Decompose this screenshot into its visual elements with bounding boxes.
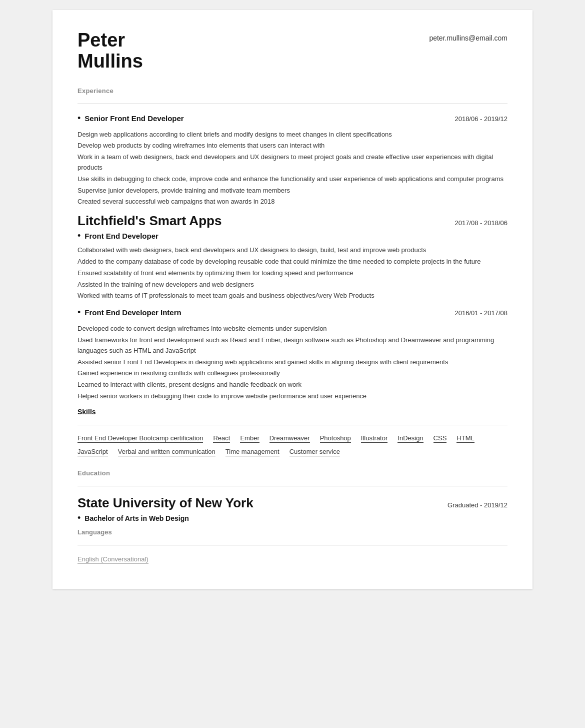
job2-company-row: Litchfield's Smart Apps 2017/08 - 2018/0…: [78, 213, 508, 229]
education-divider: [78, 486, 508, 486]
skills-label: Skills: [78, 408, 508, 416]
first-name: Peter: [78, 30, 125, 51]
skill-item: Illustrator: [361, 434, 388, 443]
skill-item: Photoshop: [320, 434, 351, 443]
job3-header-row: • Front End Developer Intern 2016/01 - 2…: [78, 307, 508, 322]
job3-description: Developed code to convert design wirefra…: [78, 324, 508, 402]
degree-row: • Bachelor of Arts in Web Design: [78, 513, 508, 523]
skills-list: Front End Developer Bootcamp certificati…: [78, 434, 508, 461]
job3-date: 2016/01 - 2017/08: [454, 309, 508, 317]
experience-divider: [78, 104, 508, 104]
job-entry-3: • Front End Developer Intern 2016/01 - 2…: [78, 307, 508, 402]
experience-section: Experience • Senior Front End Developer …: [78, 87, 508, 461]
job-entry-2: Litchfield's Smart Apps 2017/08 - 2018/0…: [78, 213, 508, 301]
education-label: Education: [78, 469, 508, 477]
job-entry-1: • Senior Front End Developer 2018/06 - 2…: [78, 113, 508, 208]
job1-date: 2018/06 - 2019/12: [454, 115, 508, 123]
languages-label: Languages: [78, 528, 508, 536]
job2-title: Front End Developer: [84, 232, 158, 240]
job1-title: Senior Front End Developer: [84, 114, 184, 123]
bullet-icon-1: •: [78, 113, 80, 124]
candidate-name: Peter Mullins: [78, 30, 143, 72]
skill-item: JavaScript: [78, 448, 108, 456]
school-name: State University of New York: [78, 495, 254, 511]
skill-item: HTML: [456, 434, 474, 443]
skill-item: Customer service: [290, 448, 340, 456]
skill-item: Dreamweaver: [270, 434, 310, 443]
job1-title-row: • Senior Front End Developer: [78, 113, 184, 124]
bullet-icon-3: •: [78, 307, 80, 318]
skills-divider: [78, 425, 508, 425]
skill-item: Front End Developer Bootcamp certificati…: [78, 434, 203, 443]
languages-divider: [78, 545, 508, 545]
job3-title: Front End Developer Intern: [84, 308, 181, 317]
job2-date: 2017/08 - 2018/06: [454, 219, 508, 227]
company2-name: Litchfield's Smart Apps: [78, 213, 222, 229]
header: Peter Mullins peter.mullins@email.com: [78, 30, 508, 72]
skill-item: CSS: [434, 434, 447, 443]
language-item: English (Conversational): [78, 555, 148, 564]
job1-description: Design web applications according to cli…: [78, 130, 508, 208]
job3-title-row: • Front End Developer Intern: [78, 307, 182, 318]
job2-title-row: • Front End Developer: [78, 231, 508, 241]
school-row: State University of New York Graduated -…: [78, 495, 508, 511]
skill-item: React: [213, 434, 230, 443]
graduation-date: Graduated - 2019/12: [448, 501, 508, 509]
skill-item: Time management: [226, 448, 280, 456]
experience-label: Experience: [78, 87, 508, 95]
education-section: Education State University of New York G…: [78, 469, 508, 564]
skill-item: Verbal and written communication: [118, 448, 216, 456]
job1-header-row: • Senior Front End Developer 2018/06 - 2…: [78, 113, 508, 128]
email-address: peter.mullins@email.com: [429, 30, 508, 42]
degree-title: Bachelor of Arts in Web Design: [84, 514, 188, 522]
last-name: Mullins: [78, 51, 143, 72]
skill-item: InDesign: [398, 434, 423, 443]
job2-description: Collaborated with web designers, back en…: [78, 245, 508, 301]
skills-section: Skills Front End Developer Bootcamp cert…: [78, 408, 508, 461]
bullet-icon-2: •: [78, 231, 80, 241]
degree-bullet-icon: •: [78, 513, 80, 523]
skill-item: Ember: [240, 434, 259, 443]
resume-container: Peter Mullins peter.mullins@email.com Ex…: [52, 10, 532, 589]
